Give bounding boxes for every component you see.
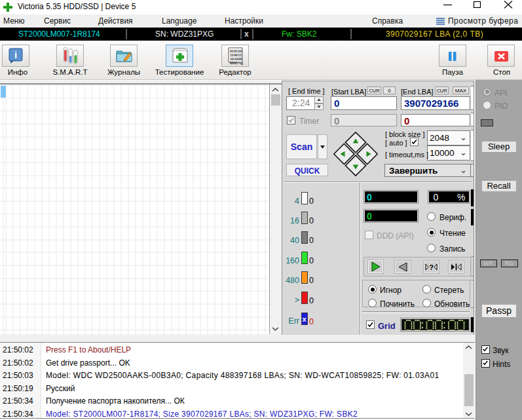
svg-text:0001: 0001	[230, 61, 238, 65]
svg-text:i: i	[14, 49, 17, 60]
svg-text:?: ?	[429, 263, 434, 271]
